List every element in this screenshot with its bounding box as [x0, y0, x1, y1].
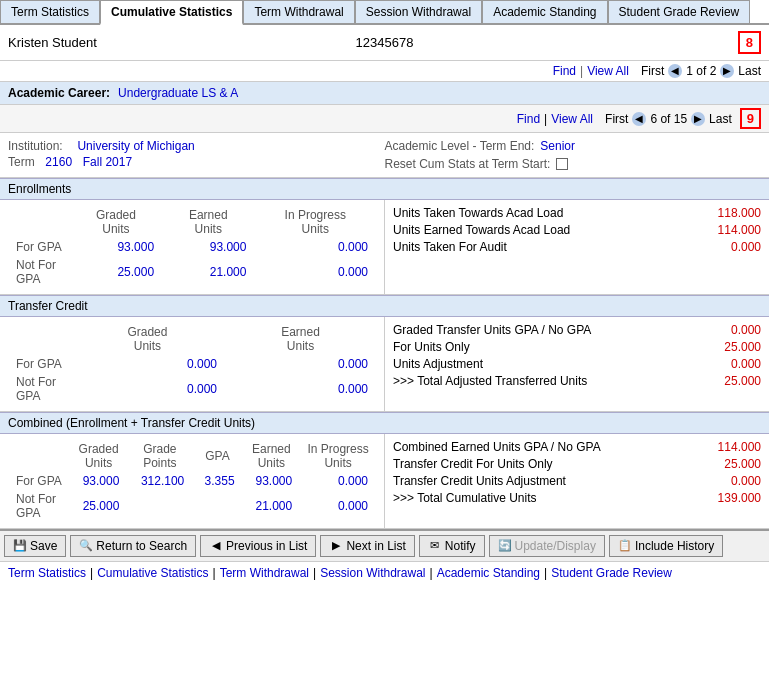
institution-row: Institution: University of Michigan Term…: [0, 133, 769, 178]
notfor-gpa-earned: 21.000: [162, 256, 254, 288]
notify-icon: ✉: [428, 539, 442, 553]
include-history-button[interactable]: 📋 Include History: [609, 535, 723, 557]
tc-for-gpa-label: For GPA: [8, 355, 70, 373]
outer-record-count: 1 of 2: [686, 64, 716, 78]
find-link[interactable]: Find: [553, 64, 576, 78]
footer-buttons: 💾 Save 🔍 Return to Search ◀ Previous in …: [0, 529, 769, 562]
stat-label: Units Earned Towards Acad Load: [393, 223, 706, 237]
table-row: For GPA 93.000 93.000 0.000: [8, 238, 376, 256]
stat-label: >>> Total Cumulative Units: [393, 491, 706, 505]
stat-row: Graded Transfer Units GPA / No GPA 0.000: [393, 323, 761, 337]
comb-for-gpa-label: For GPA: [8, 472, 70, 490]
save-button[interactable]: 💾 Save: [4, 535, 66, 557]
previous-in-list-button[interactable]: ◀ Previous in List: [200, 535, 316, 557]
stat-value: 25.000: [706, 457, 761, 471]
badge-9: 9: [740, 108, 761, 129]
transfer-credit-table: GradedUnits EarnedUnits For GPA 0.000 0.…: [8, 323, 376, 405]
return-label: Return to Search: [96, 539, 187, 553]
tab-term-statistics[interactable]: Term Statistics: [0, 0, 100, 23]
reset-checkbox[interactable]: [556, 158, 568, 170]
stat-row: Units Earned Towards Acad Load 114.000: [393, 223, 761, 237]
tc-notfor-gpa-earned: 0.000: [225, 373, 376, 405]
enrollments-header: Enrollments: [0, 178, 769, 200]
col-empty: [8, 323, 70, 355]
stat-label: Combined Earned Units GPA / No GPA: [393, 440, 706, 454]
inner-view-all-link[interactable]: View All: [551, 112, 593, 126]
notify-label: Notify: [445, 539, 476, 553]
tc-notfor-gpa-label: Not ForGPA: [8, 373, 70, 405]
outer-find-nav: Find | View All First ◀ 1 of 2 ▶ Last: [0, 61, 769, 82]
footer-link-term-withdrawal[interactable]: Term Withdrawal: [220, 566, 309, 580]
stat-value: 0.000: [706, 474, 761, 488]
stat-label: Units Taken For Audit: [393, 240, 706, 254]
update-icon: 🔄: [498, 539, 512, 553]
col-inprogress-units: In ProgressUnits: [300, 440, 376, 472]
col-graded-units: GradedUnits: [70, 440, 128, 472]
stat-row: Transfer Credit For Units Only 25.000: [393, 457, 761, 471]
tc-notfor-gpa-graded: 0.000: [70, 373, 225, 405]
col-graded-units: GradedUnits: [70, 323, 225, 355]
footer-link-student-grade-review[interactable]: Student Grade Review: [551, 566, 672, 580]
stat-label: Transfer Credit For Units Only: [393, 457, 706, 471]
enrollments-right-stats: Units Taken Towards Acad Load 118.000 Un…: [385, 200, 769, 294]
col-graded-units: GradedUnits: [70, 206, 162, 238]
col-empty: [8, 440, 70, 472]
comb-notfor-gpa-graded: 25.000: [70, 490, 128, 522]
prev-label: Previous in List: [226, 539, 307, 553]
prev-arrow[interactable]: ◀: [668, 64, 682, 78]
save-label: Save: [30, 539, 57, 553]
enrollments-table: GradedUnits EarnedUnits In ProgressUnits…: [8, 206, 376, 288]
combined-table: GradedUnits GradePoints GPA EarnedUnits …: [8, 440, 376, 522]
view-all-link[interactable]: View All: [587, 64, 629, 78]
tab-bar: Term StatisticsCumulative StatisticsTerm…: [0, 0, 769, 25]
tab-session-withdrawal[interactable]: Session Withdrawal: [355, 0, 482, 23]
col-empty: [8, 206, 70, 238]
inner-prev-arrow[interactable]: ◀: [632, 112, 646, 126]
badge-8: 8: [738, 31, 761, 54]
col-earned-units: EarnedUnits: [225, 323, 376, 355]
comb-notfor-gpa-grade-points: [127, 490, 192, 522]
academic-career-bar: Academic Career: Undergraduate LS & A: [0, 82, 769, 105]
stat-value: 0.000: [706, 323, 761, 337]
stat-label: For Units Only: [393, 340, 706, 354]
col-grade-points: GradePoints: [127, 440, 192, 472]
stat-row: For Units Only 25.000: [393, 340, 761, 354]
tab-academic-standing[interactable]: Academic Standing: [482, 0, 607, 23]
tab-cumulative-statistics[interactable]: Cumulative Statistics: [100, 0, 243, 25]
stat-value: 139.000: [706, 491, 761, 505]
stat-row: Units Taken For Audit 0.000: [393, 240, 761, 254]
stat-value: 114.000: [706, 223, 761, 237]
institution-value: University of Michigan: [77, 139, 194, 153]
col-earned-units: EarnedUnits: [243, 440, 301, 472]
tab-term-withdrawal[interactable]: Term Withdrawal: [243, 0, 354, 23]
footer-link-term-statistics[interactable]: Term Statistics: [8, 566, 86, 580]
stat-value: 118.000: [706, 206, 761, 220]
notfor-gpa-label: Not ForGPA: [8, 256, 70, 288]
footer-link-academic-standing[interactable]: Academic Standing: [437, 566, 540, 580]
col-inprogress-units: In ProgressUnits: [254, 206, 376, 238]
career-label: Academic Career:: [8, 86, 110, 100]
transfer-credit-section: GradedUnits EarnedUnits For GPA 0.000 0.…: [0, 317, 769, 412]
transfer-credit-header: Transfer Credit: [0, 295, 769, 317]
tab-student-grade-review[interactable]: Student Grade Review: [608, 0, 751, 23]
return-to-search-button[interactable]: 🔍 Return to Search: [70, 535, 196, 557]
inner-find-link[interactable]: Find: [517, 112, 540, 126]
next-arrow[interactable]: ▶: [720, 64, 734, 78]
footer-link-cumulative-statistics[interactable]: Cumulative Statistics: [97, 566, 208, 580]
footer-link-session-withdrawal[interactable]: Session Withdrawal: [320, 566, 425, 580]
update-display-button[interactable]: 🔄 Update/Display: [489, 535, 605, 557]
inner-next-arrow[interactable]: ▶: [691, 112, 705, 126]
for-gpa-inprogress: 0.000: [254, 238, 376, 256]
notify-button[interactable]: ✉ Notify: [419, 535, 485, 557]
stat-row: Transfer Credit Units Adjustment 0.000: [393, 474, 761, 488]
stat-row: Combined Earned Units GPA / No GPA 114.0…: [393, 440, 761, 454]
stat-label: Units Taken Towards Acad Load: [393, 206, 706, 220]
stat-label: Graded Transfer Units GPA / No GPA: [393, 323, 706, 337]
term-name: Fall 2017: [83, 155, 132, 169]
combined-section: GradedUnits GradePoints GPA EarnedUnits …: [0, 434, 769, 529]
term-label: Term: [8, 155, 35, 169]
stat-value: 0.000: [706, 240, 761, 254]
next-in-list-button[interactable]: ▶ Next in List: [320, 535, 414, 557]
table-row: Not ForGPA 25.000 21.000 0.000: [8, 256, 376, 288]
history-icon: 📋: [618, 539, 632, 553]
